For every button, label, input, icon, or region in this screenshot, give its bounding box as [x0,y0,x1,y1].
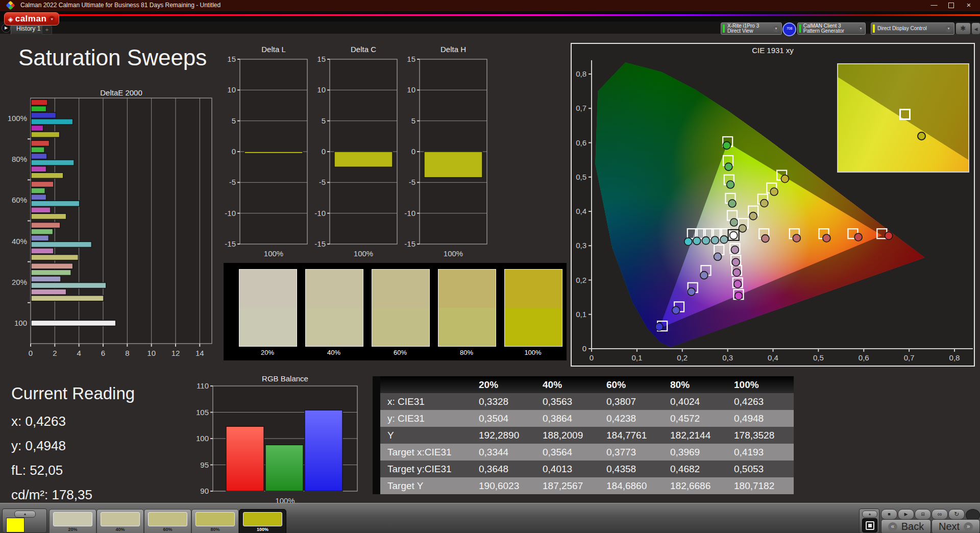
deltaH-bar [424,152,482,178]
deltaC-ytick: 10 [317,85,326,94]
deltaC-bar [334,152,393,167]
table-row: y: CIE310,35040,38640,42380,45720,4948 [373,410,794,427]
deltaL-ytick: -15 [225,239,236,248]
cie-measured-point [714,253,722,260]
display-control-selector[interactable]: Direct Display Control ▼ [871,22,954,35]
table-cell: 188,2009 [538,427,602,444]
deltaL-ytick: 15 [227,55,236,63]
deltaC-ytick: -5 [319,178,326,186]
close-button[interactable]: × [961,0,976,11]
pattern-generator-selector[interactable]: CalMAN Client 3 Pattern Generator ▼ [797,22,866,35]
table-cell: 0,5053 [730,461,794,477]
current-pattern-panel: ▲ [2,508,47,533]
inset-measured-point [917,132,926,140]
page-title: Saturation Sweeps [18,45,207,70]
rgb-ytick: 100 [197,434,209,443]
next-chevron-icon: » [964,522,973,531]
cie-xtick: 0,6 [859,353,869,362]
cie-measured-point [693,237,701,245]
table-cell: 0,3969 [666,444,730,461]
actual-target-swatch-panel: Actual Target 20%40%60%80%100% [224,263,567,360]
deltae-bar [31,119,73,125]
deltaC-ytick: 15 [317,55,326,63]
rgb-ytick: 95 [200,461,209,469]
window-title: Calman 2022 Calman Ultimate for Business… [20,2,220,9]
meter-mode: Direct View [727,28,753,34]
table-cell: 0,3864 [538,410,602,427]
deltaH-ytick: 5 [411,116,415,125]
target-swatch [306,308,363,346]
infinity-icon: ∞ [938,511,942,518]
cie-measured-point [823,234,830,242]
pattern-bar: ▲ 20%40%60%80%100% ▲ ■ ▶ ⊟ ∞ ↻ « Back Ne… [0,503,980,533]
pattern-window-button[interactable]: ⊟ [915,509,931,520]
calman-menu-button[interactable]: ◈ calman ▼ [4,12,59,26]
cie-ytick: 0,7 [576,104,586,112]
cie-measured-point [725,163,732,171]
table-cell: 0,4682 [666,461,730,477]
generator-status-stripe [799,25,801,33]
deltae-bar [31,125,43,131]
display-dropdown-icon: ▼ [945,26,952,32]
deltae-bar [31,201,80,206]
pattern-swatch-60%[interactable]: 60% [144,509,191,533]
cie-measured-point [684,238,692,246]
deltaH-ytick: -10 [404,209,415,217]
pattern-chip [148,512,187,526]
table-header-cell: 80% [666,376,730,393]
deltae-group-label: 60% [12,196,27,204]
actual-swatch [372,270,429,308]
cie-xtick: 0,7 [904,353,915,362]
swatch-60% [372,269,430,347]
pattern-swatch-20%[interactable]: 20% [49,509,96,533]
pattern-chip-label: 100% [239,527,286,532]
deltae-bar [31,289,66,295]
play-button[interactable]: ▶ [898,509,914,520]
inset-target-square [899,109,911,120]
deltae-bar [31,188,45,193]
pattern-swatch-100%[interactable]: 100% [239,509,286,533]
cie-measured-point [726,181,734,188]
back-button[interactable]: « Back [881,519,931,533]
current-reading-title: Current Reading [11,384,135,403]
continuous-read-button[interactable]: ∞ [932,509,948,520]
rgb-bar-green [265,445,303,491]
table-cell: 178,3528 [730,427,794,444]
deltae-xtick: 14 [195,349,204,357]
deltae-xtick: 6 [101,349,105,357]
deltaC-ytick: -15 [314,239,326,248]
add-tab-button[interactable]: + [42,26,52,35]
table-cell: 190,6023 [475,477,538,494]
minimize-button[interactable]: — [926,0,942,11]
pattern-panel-up-button[interactable]: ▲ [14,511,36,518]
deltae-bar [31,195,46,200]
table-header-cell: 60% [602,376,666,393]
table-cell: 0,4263 [730,393,794,410]
playback-up-button[interactable]: ▲ [862,511,877,518]
meter-selector[interactable]: X-Rite i1Pro 3 Direct View ▼ [721,22,782,35]
table-header-row: 20%40%60%80%100% [373,376,794,393]
pattern-chip-label: 40% [97,527,143,532]
settings-button[interactable]: ✱ [955,22,971,35]
collapse-panel-button[interactable]: ◀ [971,22,980,35]
table-cell: 0,4238 [602,410,666,427]
table-cell: 184,6860 [602,477,666,494]
table-row-label: Target y:CIE31 [380,461,475,477]
stop-button[interactable]: ■ [881,509,897,520]
delta-c-chart: Delta C151050-5-10-15100% [314,45,402,259]
deltae-bar [31,235,48,241]
generator-dropdown-icon: ▼ [859,26,863,32]
stop-pattern-button[interactable] [862,518,877,532]
accent-gradient-line [59,14,980,16]
pattern-swatch-40%[interactable]: 40% [96,509,144,533]
table-row-label: Target Y [380,477,475,494]
next-button[interactable]: Next » [932,519,980,533]
deltae-group-label: 40% [12,237,27,246]
refresh-button[interactable]: ↻ [948,509,965,520]
maximize-button[interactable] [943,0,959,11]
deltae-bar [31,241,91,247]
deltae-bar [31,283,106,288]
deltaL-xlabel: 100% [264,249,283,258]
cie-measured-point [732,258,740,266]
pattern-swatch-80%[interactable]: 80% [191,509,239,533]
